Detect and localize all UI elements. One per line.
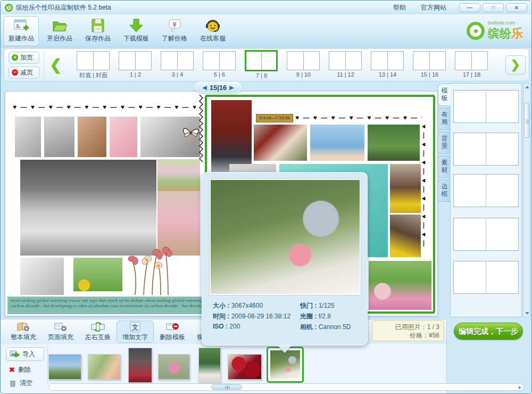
template-slot[interactable] <box>453 133 519 166</box>
add-text-button[interactable]: 文 增加文字 <box>117 321 154 343</box>
baby-photo[interactable] <box>44 117 74 157</box>
swap-pages-button[interactable]: 左右互换 <box>79 321 117 343</box>
clear-trash-icon <box>9 380 16 387</box>
photo-info-popup: 大小 : 3067x4600 快门 : 1/125 时间 : 2009-08-2… <box>202 172 368 346</box>
mother-baby-photo[interactable] <box>20 160 156 256</box>
price-info-label: 了解价格 <box>162 34 187 43</box>
price-bubble-icon: ¥ <box>167 18 182 33</box>
flower-illustration[interactable] <box>126 244 173 295</box>
tab-background[interactable]: 背景 <box>438 132 451 154</box>
exif-info: 大小 : 3067x4600 快门 : 1/125 时间 : 2009-08-2… <box>213 301 362 332</box>
clear-photos-button[interactable]: 清空 <box>9 379 46 388</box>
remove-page-label: 减页 <box>20 68 33 77</box>
spread-prev-arrow[interactable]: ❮ <box>44 54 67 76</box>
tab-layout[interactable]: 布局 <box>438 108 451 130</box>
butterfly-decoration[interactable] <box>182 125 200 141</box>
delete-label: 删除 <box>18 365 31 374</box>
open-work-label: 开启作品 <box>47 34 72 43</box>
sky-mother-baby-photo[interactable] <box>310 125 364 161</box>
save-work-button[interactable]: 保存作品 <box>80 16 115 46</box>
fill-page-button[interactable]: 页面填充 <box>42 321 79 343</box>
fill-book-icon <box>16 322 30 332</box>
save-work-label: 保存作品 <box>85 34 111 43</box>
spread-next-arrow[interactable]: ❯ <box>505 55 526 75</box>
add-page-label: 加页 <box>20 53 33 62</box>
save-icon <box>90 18 106 33</box>
baby-photo[interactable] <box>15 117 41 157</box>
tab-frame[interactable]: 边框 <box>438 179 451 202</box>
template-slot[interactable] <box>453 218 519 251</box>
price-value: ¥56 <box>429 332 439 339</box>
spread-item-selected[interactable]: 7 | 8 <box>245 51 278 79</box>
scroll-down-icon[interactable] <box>525 312 529 315</box>
grass-toddler-photo[interactable] <box>368 125 420 161</box>
swap-arrows-icon <box>91 322 105 332</box>
fill-book-button[interactable]: 整本填充 <box>5 321 42 343</box>
template-slot[interactable] <box>453 174 519 207</box>
help-link[interactable]: 帮助 <box>393 3 406 12</box>
add-page-button[interactable]: + 加页 <box>9 52 39 64</box>
crowd-photo[interactable] <box>157 159 200 191</box>
panel-scrollbar-thumb[interactable] <box>524 103 529 138</box>
spread-item[interactable]: 13 | 14 <box>371 51 404 79</box>
baby-blocks-photo[interactable] <box>73 258 122 291</box>
panel-scrollbar[interactable] <box>523 83 530 317</box>
spread-item[interactable]: 1 | 2 <box>119 51 152 79</box>
tray-scrollbar[interactable] <box>48 383 524 391</box>
page-next-icon[interactable]: ▶ <box>229 84 234 91</box>
date-tag[interactable]: 5.4.09—7.15.09 <box>256 114 293 122</box>
scroll-up-icon[interactable] <box>525 86 529 88</box>
chocolate-baby-photo[interactable] <box>390 215 421 257</box>
page-label: 15|16 <box>210 84 227 92</box>
tray-photo[interactable] <box>48 354 81 380</box>
tray-photo[interactable] <box>128 348 152 383</box>
open-work-button[interactable]: 开启作品 <box>42 16 77 46</box>
spread-item[interactable]: 15 | 16 <box>413 51 446 79</box>
download-template-button[interactable]: 下载模板 <box>119 16 154 46</box>
scroll-right-icon[interactable] <box>519 386 521 389</box>
close-button[interactable]: ✕ <box>506 3 527 12</box>
photos-used-value: 1 / 3 <box>427 323 439 331</box>
finish-next-button[interactable]: 编辑完成，下一步 <box>454 323 523 340</box>
online-service-button[interactable]: 在线客服 <box>195 16 230 46</box>
import-label: 导入 <box>22 350 35 359</box>
laughing-baby-photo[interactable] <box>20 258 64 295</box>
tray-photo[interactable] <box>158 354 190 380</box>
tray-photo[interactable] <box>228 354 262 380</box>
brand-logo-icon <box>467 22 485 40</box>
page-prev-icon[interactable]: ◀ <box>202 84 206 91</box>
remove-page-button[interactable]: − 减页 <box>9 67 39 79</box>
minimize-button[interactable]: — <box>459 3 480 12</box>
app-window: b 缤纷乐个性印品定制软件 5.2 beta 帮助 官方网站 — □ ✕ 新建作… <box>0 0 532 394</box>
maximize-button[interactable]: □ <box>483 3 504 12</box>
price-info-button[interactable]: ¥ 了解价格 <box>157 16 192 46</box>
new-work-icon <box>13 18 29 33</box>
tray-photo[interactable] <box>198 348 221 383</box>
baby-photo[interactable] <box>78 117 106 157</box>
tray-photo[interactable] <box>88 354 121 380</box>
spread-item[interactable]: 3 | 4 <box>161 51 194 79</box>
template-slot[interactable] <box>453 90 519 123</box>
clear-label: 清空 <box>20 379 32 388</box>
spread-item[interactable]: 17 | 18 <box>455 51 488 79</box>
spread-item[interactable]: 11 | 12 <box>329 51 362 79</box>
tray-scrollbar-thumb[interactable] <box>211 384 242 390</box>
spread-item[interactable]: 5 | 6 <box>203 51 236 79</box>
flower-field-baby-photo[interactable] <box>369 261 431 310</box>
baby-photo[interactable] <box>110 117 137 157</box>
delete-template-button[interactable]: 删除模板 <box>154 321 191 343</box>
spread-item[interactable]: 9 | 10 <box>287 51 320 79</box>
official-site-link[interactable]: 官方网站 <box>421 3 446 12</box>
template-slot[interactable] <box>453 261 519 294</box>
new-work-button[interactable]: 新建作品 <box>4 16 39 46</box>
spread-item[interactable]: 封底 | 封面 <box>77 51 110 79</box>
delete-photos-button[interactable]: ✖ 删除 <box>9 365 46 374</box>
brand-domain: binfenle.com <box>488 20 523 26</box>
pacifier-baby-photo[interactable] <box>254 125 307 161</box>
tab-material[interactable]: 素材 <box>438 155 451 178</box>
page-spread-bar: + 加页 − 减页 ❮ 封底 | 封面 1 | 2 3 | 4 5 | 6 7 … <box>4 48 529 81</box>
import-photos-button[interactable]: 导入 <box>6 347 44 361</box>
chocolate-baby-photo[interactable] <box>390 164 421 213</box>
stitch-zigzag-decoration <box>198 95 204 164</box>
tab-template[interactable]: 模板 <box>438 84 451 106</box>
